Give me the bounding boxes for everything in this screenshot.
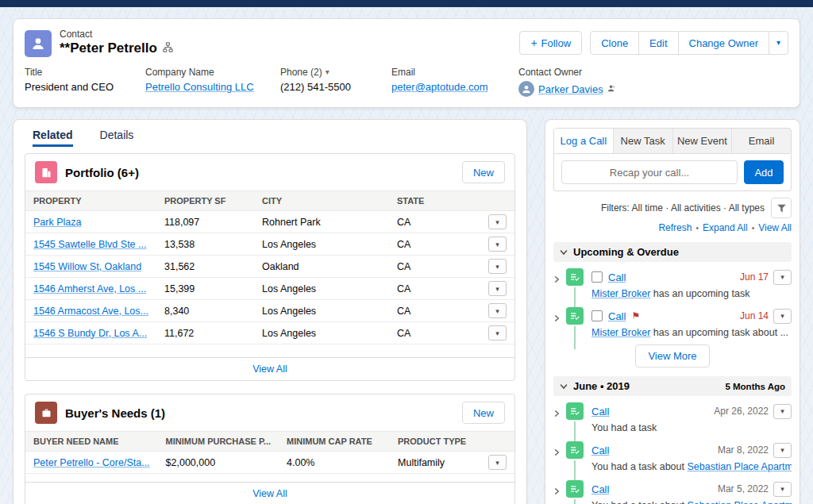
- tab-email[interactable]: Email: [732, 129, 791, 153]
- chevron-right-icon[interactable]: [553, 307, 566, 325]
- main-content: Related Details Portfolio (6+) New PROPE…: [13, 119, 800, 504]
- task-checkbox[interactable]: [591, 271, 603, 283]
- property-link[interactable]: 1546 Armacost Ave, Los...: [33, 306, 148, 317]
- row-actions-button[interactable]: ▾: [773, 270, 792, 285]
- expand-all-link[interactable]: Expand All: [703, 222, 748, 233]
- buyers-needs-view-all-link[interactable]: View All: [252, 488, 287, 499]
- plus-icon: +: [530, 37, 537, 48]
- view-more-button[interactable]: View More: [635, 344, 709, 367]
- edit-button[interactable]: Edit: [638, 31, 678, 55]
- row-actions-button[interactable]: ▾: [488, 214, 507, 229]
- property-link[interactable]: Park Plaza: [33, 217, 81, 228]
- row-actions-button[interactable]: ▾: [488, 325, 507, 340]
- more-actions-button[interactable]: ▾: [769, 31, 788, 55]
- tab-new-event[interactable]: New Event: [673, 129, 733, 153]
- company-link[interactable]: Petrello Consulting LLC: [145, 81, 254, 93]
- activity-toolbar-links: Refresh • Expand All • View All: [553, 222, 792, 233]
- table-row: 1546 S Bundy Dr, Los A... 11,672 Los Ang…: [25, 322, 514, 344]
- field-email: Email peter@aptotude.com: [391, 67, 518, 97]
- buyers-needs-new-button[interactable]: New: [462, 402, 505, 424]
- task-subject-link[interactable]: Call: [591, 483, 609, 495]
- buyers-needs-title: Buyer's Needs (1): [65, 406, 165, 420]
- column-header-actions: [480, 432, 514, 452]
- task-description: Mister Broker has an upcoming task: [588, 288, 792, 299]
- task-date: Mar 8, 2022: [718, 444, 769, 456]
- tab-log-a-call[interactable]: Log a Call: [554, 129, 614, 153]
- property-link[interactable]: 1546 S Bundy Dr, Los A...: [33, 328, 147, 339]
- mister-broker-link[interactable]: Mister Broker: [591, 288, 650, 299]
- header-actions: + Follow Clone Edit Change Owner ▾: [519, 31, 788, 55]
- buyer-need-link[interactable]: Peter Petrello - Core/Sta...: [33, 457, 150, 468]
- page-background: Contact **Peter Petrello + Follow Clone: [0, 7, 813, 504]
- timeline-item: Call ⚑ Jun 14 ▾ Mister Broker has an upc…: [553, 301, 792, 340]
- separator-dot: •: [752, 224, 755, 233]
- chevron-right-icon[interactable]: [553, 441, 566, 459]
- property-link[interactable]: 1545 Willow St, Oakland: [33, 261, 141, 272]
- filter-button[interactable]: [771, 198, 792, 218]
- tab-details[interactable]: Details: [100, 129, 134, 141]
- tab-related[interactable]: Related: [33, 129, 73, 141]
- row-actions-button[interactable]: ▾: [773, 309, 792, 324]
- phone-dropdown-icon[interactable]: ▾: [326, 68, 329, 76]
- record-header: Contact **Peter Petrello + Follow Clone: [13, 18, 800, 108]
- activity-view-all-link[interactable]: View All: [758, 222, 792, 233]
- clone-button[interactable]: Clone: [590, 31, 639, 55]
- property-link[interactable]: 1546 Amherst Ave, Los ...: [33, 283, 146, 294]
- task-subject-link[interactable]: Call: [608, 310, 626, 322]
- row-actions-button[interactable]: ▾: [488, 455, 507, 470]
- change-owner-icon[interactable]: [607, 83, 616, 95]
- task-checkbox[interactable]: [591, 310, 603, 321]
- row-actions-button[interactable]: ▾: [773, 404, 792, 419]
- task-subject-link[interactable]: Call: [591, 444, 609, 456]
- row-actions-button[interactable]: ▾: [773, 482, 792, 497]
- sebastian-place-link[interactable]: Sebastian Place Apartments: [687, 500, 792, 504]
- chevron-down-icon: ▾: [776, 39, 780, 47]
- page-title: **Peter Petrello: [60, 40, 157, 56]
- record-identity-text: Contact **Peter Petrello: [60, 29, 173, 56]
- row-actions-button[interactable]: ▾: [488, 281, 507, 296]
- refresh-link[interactable]: Refresh: [658, 222, 692, 233]
- tab-new-task[interactable]: New Task: [614, 129, 673, 153]
- hierarchy-icon[interactable]: [163, 41, 173, 56]
- chevron-right-icon[interactable]: [553, 480, 566, 498]
- portfolio-view-all-link[interactable]: View All: [252, 364, 287, 375]
- table-row: 1545 Willow St, Oakland 31,562 Oakland C…: [25, 256, 514, 278]
- add-button[interactable]: Add: [744, 160, 784, 184]
- mister-broker-link[interactable]: Mister Broker: [591, 327, 650, 338]
- field-phone: Phone (2) ▾ (212) 541-5500: [280, 67, 391, 97]
- chevron-right-icon[interactable]: [553, 402, 566, 420]
- column-header: PRODUCT TYPE: [390, 432, 480, 452]
- task-description: You had a task: [588, 422, 792, 433]
- follow-button[interactable]: + Follow: [519, 31, 582, 55]
- email-link[interactable]: peter@aptotude.com: [391, 81, 488, 93]
- sebastian-place-link[interactable]: Sebastian Place Apartments: [687, 461, 792, 472]
- priority-flag-icon: ⚑: [631, 311, 640, 321]
- buyers-needs-card: Buyer's Needs (1) New BUYER NEED NAME MI…: [25, 394, 515, 504]
- activity-tabs: Log a Call New Task New Event Email: [553, 128, 792, 154]
- row-actions-button[interactable]: ▾: [488, 303, 507, 318]
- portfolio-new-button[interactable]: New: [462, 161, 505, 183]
- briefcase-icon: [35, 402, 57, 424]
- row-actions-button[interactable]: ▾: [488, 237, 507, 252]
- separator-dot: •: [695, 224, 699, 233]
- row-actions-button[interactable]: ▾: [488, 259, 507, 274]
- table-row: Park Plaza 118,097 Rohnert Park CA ▾: [25, 211, 514, 233]
- contact-icon: [25, 30, 52, 57]
- month-section-header[interactable]: June • 2019 5 Months Ago: [553, 376, 792, 396]
- table-spacer: [25, 344, 514, 357]
- chevron-right-icon[interactable]: [553, 268, 566, 286]
- task-subject-link[interactable]: Call: [591, 406, 609, 417]
- task-due-date: Jun 14: [740, 310, 769, 321]
- task-subject-link[interactable]: Call: [608, 271, 626, 283]
- filters-summary: Filters: All time · All activities · All…: [601, 202, 765, 214]
- row-actions-button[interactable]: ▾: [773, 443, 792, 458]
- owner-link[interactable]: Parker Davies: [538, 83, 603, 95]
- recap-call-input[interactable]: [561, 160, 738, 184]
- upcoming-overdue-header[interactable]: Upcoming & Overdue: [553, 242, 792, 262]
- property-link[interactable]: 1545 Sawtelle Blvd Ste ...: [33, 239, 146, 250]
- header-button-group: Clone Edit Change Owner ▾: [590, 31, 788, 55]
- portfolio-table: PROPERTY PROPERTY SF CITY STATE Park Pla…: [25, 190, 514, 344]
- task-description: You had a task about Sebastian Place Apa…: [588, 461, 792, 472]
- change-owner-button[interactable]: Change Owner: [678, 31, 769, 55]
- task-icon: [566, 480, 584, 498]
